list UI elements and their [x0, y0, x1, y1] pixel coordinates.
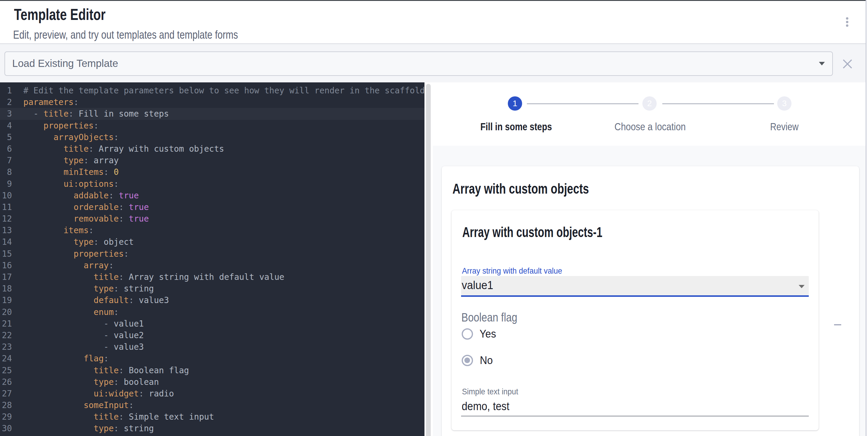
code-token: Fill in some steps [73, 109, 169, 119]
panel-right-border [866, 0, 867, 436]
code-token [24, 424, 94, 433]
step-2-label[interactable]: Choose a location [574, 121, 726, 132]
step-connector [662, 103, 774, 104]
code-token [24, 191, 74, 200]
code-token: : [84, 156, 89, 165]
code-token: : [114, 377, 119, 387]
code-token: : [89, 226, 94, 235]
select-field-label: Array string with default value [462, 267, 562, 275]
code-token [24, 354, 84, 363]
editor-line: 7 type: array [0, 155, 425, 166]
code-token [24, 226, 64, 235]
load-template-combobox[interactable]: Load Existing Template [4, 52, 833, 76]
array-item-title: Array with custom objects-1 [462, 225, 602, 239]
caret-down-icon[interactable] [819, 62, 825, 65]
simple-text-input[interactable]: demo, test [462, 401, 509, 412]
code-text: - title: Fill in some steps [24, 108, 169, 120]
code-text: - value3 [24, 341, 144, 353]
text-input-underline [461, 416, 809, 416]
code-token: - [103, 342, 114, 352]
array-string-select[interactable]: value1 [461, 276, 809, 295]
code-text: minItems: 0 [24, 166, 119, 178]
line-number: 9 [0, 178, 12, 190]
editor-line: 5 arrayObjects: [0, 131, 425, 143]
radio-yes-label[interactable]: Yes [479, 329, 496, 339]
code-text: parameters: [24, 96, 79, 108]
step-1-label[interactable]: Fill in some steps [443, 121, 589, 132]
editor-line: 2parameters: [0, 96, 425, 108]
editor-line: 21 - value1 [0, 318, 425, 330]
line-number: 6 [0, 143, 12, 155]
code-token [24, 144, 64, 154]
code-text: addable: true [24, 190, 139, 201]
code-token: array [89, 156, 119, 165]
line-number: 27 [0, 388, 12, 399]
code-text: ui:options: [24, 178, 119, 190]
code-token [24, 284, 94, 294]
editor-line: 17 title: Array string with default valu… [0, 271, 425, 283]
code-token: default [94, 295, 129, 305]
radio-group-label: Boolean flag [461, 311, 517, 323]
code-token [24, 167, 64, 177]
code-token: : [73, 97, 79, 107]
editor-line: 14 type: object [0, 236, 425, 248]
code-token: - [24, 109, 43, 119]
editor-code: 1# Edit the template parameters below to… [0, 85, 425, 435]
code-token: : [114, 132, 119, 142]
code-token [24, 237, 74, 247]
line-number: 17 [0, 271, 12, 283]
line-number: 19 [0, 295, 12, 306]
code-token: orderable [73, 202, 119, 212]
editor-line: 25 title: Boolean flag [0, 365, 425, 376]
editor-line: 16 array: [0, 260, 425, 271]
line-number: 23 [0, 341, 12, 353]
code-token [24, 307, 94, 317]
code-text: title: Array with custom objects [24, 143, 224, 155]
code-token: value3 [134, 295, 169, 305]
more-options-button[interactable] [840, 11, 854, 33]
code-text: arrayObjects: [24, 131, 119, 143]
step-3-circle[interactable]: 3 [777, 96, 792, 111]
step-1-circle[interactable]: 1 [508, 96, 522, 111]
code-token: Boolean flag [124, 366, 189, 375]
line-number: 10 [0, 190, 12, 201]
code-token: arrayObjects [54, 132, 114, 142]
step-3-label[interactable]: Review [710, 121, 859, 132]
template-load-toolbar: Load Existing Template [0, 43, 866, 83]
array-item-card: Array with custom objects-1 Array string… [452, 210, 818, 430]
step-2-circle[interactable]: 2 [642, 96, 657, 111]
code-token [24, 249, 74, 259]
step-connector [527, 103, 639, 104]
code-token: addable [73, 191, 108, 200]
line-number: 28 [0, 399, 12, 411]
code-token: properties [43, 121, 94, 131]
code-token: radio [144, 389, 174, 399]
template-yaml-editor[interactable]: 1# Edit the template parameters below to… [0, 82, 425, 436]
editor-line: 27 ui:widget: radio [0, 388, 425, 399]
code-token [24, 319, 104, 329]
code-token: value2 [114, 330, 144, 340]
code-text: someInput: [24, 399, 134, 411]
radio-yes[interactable] [462, 328, 473, 340]
code-token: : [103, 167, 108, 177]
code-token: Array string with default value [124, 272, 284, 282]
line-number: 24 [0, 353, 12, 364]
remove-array-item-button[interactable] [828, 315, 847, 334]
editor-scrollbar[interactable] [426, 84, 431, 436]
radio-no-label[interactable]: No [480, 355, 493, 366]
radio-no[interactable] [462, 355, 473, 366]
code-token: someInput [84, 400, 129, 410]
code-token: : [124, 249, 129, 259]
form-step-card: Array with custom objects Array with cus… [442, 166, 859, 436]
code-text: properties: [24, 120, 99, 131]
code-token: title [94, 412, 119, 422]
close-icon [839, 55, 857, 73]
line-number: 7 [0, 155, 12, 166]
clear-button[interactable] [839, 55, 857, 73]
code-token [24, 377, 94, 387]
select-focus-underline [461, 295, 809, 297]
line-number: 21 [0, 318, 12, 330]
text-field-label: Simple text input [462, 388, 518, 396]
code-token: items [63, 226, 88, 235]
editor-line: 12 removable: true [0, 213, 425, 225]
